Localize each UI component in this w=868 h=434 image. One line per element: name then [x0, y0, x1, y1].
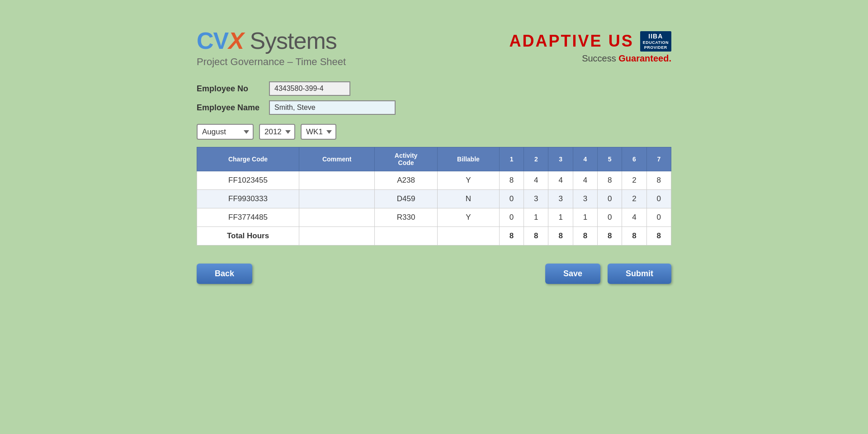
cell-d2: 1	[524, 208, 548, 227]
year-select[interactable]: 201020112012 20132014	[259, 124, 295, 140]
total-activity	[375, 227, 438, 245]
employee-name-input[interactable]	[269, 100, 396, 115]
back-button[interactable]: Back	[197, 264, 252, 284]
th-charge-code: Charge Code	[197, 147, 299, 171]
page-subtitle: Project Governance – Time Sheet	[197, 56, 346, 68]
cell-d4: 1	[573, 208, 597, 227]
cell-d3: 1	[548, 208, 573, 227]
header: CVX Systems Project Governance – Time Sh…	[197, 27, 671, 68]
cell-billable: N	[437, 190, 499, 208]
cell-comment	[299, 171, 375, 190]
total-billable	[437, 227, 499, 245]
logo-systems: Systems	[250, 28, 336, 54]
cell-d1: 0	[499, 208, 524, 227]
total-d7: 8	[646, 227, 671, 245]
cell-activity-code: A238	[375, 171, 438, 190]
th-activity-code: ActivityCode	[375, 147, 438, 171]
iiba-badge: IIBA EDUCATION PROVIDER	[640, 31, 671, 51]
save-button[interactable]: Save	[545, 264, 600, 284]
th-day7: 7	[646, 147, 671, 171]
th-comment: Comment	[299, 147, 375, 171]
timesheet-table: Charge Code Comment ActivityCode Billabl…	[197, 147, 671, 245]
cell-d1: 0	[499, 190, 524, 208]
cell-billable: Y	[437, 171, 499, 190]
cell-charge-code: FF9930333	[197, 190, 299, 208]
table-row: FF1023455 A238 Y 8 4 4 4 8 2 8	[197, 171, 671, 190]
cell-activity-code: D459	[375, 190, 438, 208]
total-comment	[299, 227, 375, 245]
cell-charge-code: FF1023455	[197, 171, 299, 190]
th-day5: 5	[598, 147, 622, 171]
buttons-right: Save Submit	[545, 264, 671, 284]
cell-d7: 0	[646, 190, 671, 208]
cell-d5: 0	[598, 208, 622, 227]
submit-button[interactable]: Submit	[608, 264, 671, 284]
cell-d1: 8	[499, 171, 524, 190]
employee-name-row: Employee Name	[197, 100, 671, 115]
cell-d7: 0	[646, 208, 671, 227]
cell-activity-code: R330	[375, 208, 438, 227]
cell-d2: 3	[524, 190, 548, 208]
th-billable: Billable	[437, 147, 499, 171]
logo-title: CVX Systems	[197, 27, 337, 54]
logo-cv: CV	[197, 28, 228, 54]
cell-d2: 4	[524, 171, 548, 190]
cell-d3: 4	[548, 171, 573, 190]
logo-area: CVX Systems Project Governance – Time Sh…	[197, 27, 346, 68]
form-section: Employee No Employee Name	[197, 81, 671, 115]
cell-billable: Y	[437, 208, 499, 227]
dropdowns-row: JanuaryFebruaryMarch AprilMayJune JulyAu…	[197, 124, 671, 140]
total-d6: 8	[622, 227, 646, 245]
total-row: Total Hours 8 8 8 8 8 8 8	[197, 227, 671, 245]
total-d4: 8	[573, 227, 597, 245]
buttons-row: Back Save Submit	[197, 264, 671, 284]
th-day6: 6	[622, 147, 646, 171]
cell-d5: 8	[598, 171, 622, 190]
cell-charge-code: FF3774485	[197, 208, 299, 227]
adaptive-header-line: ADAPTIVE US IIBA EDUCATION PROVIDER	[509, 31, 671, 51]
employee-no-row: Employee No	[197, 81, 671, 96]
adaptive-title: ADAPTIVE US	[509, 32, 634, 51]
cell-d7: 8	[646, 171, 671, 190]
week-select[interactable]: WK1WK2WK3 WK4WK5	[301, 124, 336, 140]
cell-d6: 2	[622, 190, 646, 208]
cell-d3: 3	[548, 190, 573, 208]
cell-d5: 0	[598, 190, 622, 208]
total-d2: 8	[524, 227, 548, 245]
table-row: FF3774485 R330 Y 0 1 1 1 0 4 0	[197, 208, 671, 227]
cell-d4: 3	[573, 190, 597, 208]
total-d5: 8	[598, 227, 622, 245]
employee-name-label: Employee Name	[197, 103, 269, 113]
th-day1: 1	[499, 147, 524, 171]
logo-x: X	[228, 28, 244, 54]
total-label: Total Hours	[197, 227, 299, 245]
cell-d6: 2	[622, 171, 646, 190]
th-day3: 3	[548, 147, 573, 171]
th-day2: 2	[524, 147, 548, 171]
employee-no-input[interactable]	[269, 81, 350, 96]
success-text: Success Guaranteed.	[582, 53, 671, 64]
cell-d6: 4	[622, 208, 646, 227]
employee-no-label: Employee No	[197, 84, 269, 94]
table-row: FF9930333 D459 N 0 3 3 3 0 2 0	[197, 190, 671, 208]
cell-d4: 4	[573, 171, 597, 190]
adaptive-area: ADAPTIVE US IIBA EDUCATION PROVIDER Succ…	[509, 31, 671, 63]
cell-comment	[299, 208, 375, 227]
month-select[interactable]: JanuaryFebruaryMarch AprilMayJune JulyAu…	[197, 124, 254, 140]
total-d3: 8	[548, 227, 573, 245]
th-day4: 4	[573, 147, 597, 171]
total-d1: 8	[499, 227, 524, 245]
cell-comment	[299, 190, 375, 208]
